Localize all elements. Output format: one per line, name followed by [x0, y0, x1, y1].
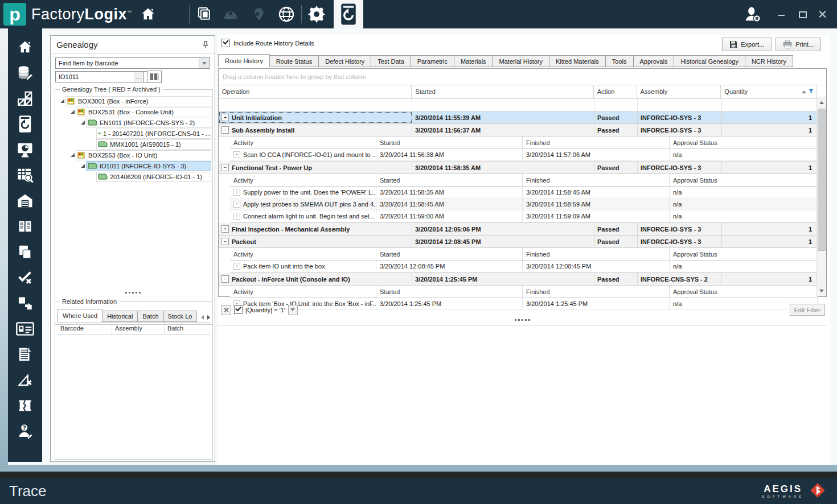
column-header-started[interactable]: Started — [412, 85, 593, 98]
tab-defect-history[interactable]: Defect History — [319, 55, 371, 67]
column-header-finished[interactable]: Finished — [523, 248, 670, 260]
activity-row[interactable]: +Supply power to the unit. Does the 'POW… — [230, 187, 818, 199]
tree-item-selected[interactable]: IO1011 (INFORCE-IO-SYS - 3) — [56, 160, 211, 171]
activity-row[interactable]: +Connect alarm light to unit. Begin test… — [230, 210, 818, 222]
expand-icon[interactable]: + — [233, 263, 240, 270]
operation-row[interactable]: −Functional Test - Power Up 3/20/2014 11… — [219, 162, 818, 174]
operation-row[interactable]: +Unit Initialization 3/20/2014 11:55:39 … — [219, 111, 818, 124]
scroll-up-icon[interactable] — [817, 98, 826, 108]
expand-icon[interactable]: + — [233, 213, 240, 220]
ruler-x-icon[interactable] — [15, 370, 35, 389]
tab-test-data[interactable]: Test Data — [371, 55, 411, 67]
tree-expander-icon[interactable] — [59, 99, 65, 103]
tab-approvals[interactable]: Approvals — [634, 55, 675, 67]
browse-button[interactable]: ... — [134, 71, 144, 82]
tree-expander-icon[interactable] — [79, 121, 86, 125]
column-header-barcode[interactable]: Barcode — [58, 323, 112, 334]
tree-item[interactable]: 201406209 (INFORCE-IO-01 - 1) — [56, 171, 211, 182]
home-icon[interactable] — [138, 4, 158, 24]
column-header-started[interactable]: Started — [376, 174, 523, 186]
scan-barcode-button[interactable] — [147, 71, 162, 83]
tree-item[interactable]: 1 - 201407201 (INFORCE-CNS-01 - ... — [56, 128, 211, 139]
include-route-history-checkbox[interactable]: Include Route History Details — [221, 39, 314, 47]
tab-material-history[interactable]: Material History — [493, 55, 549, 67]
column-header-started[interactable]: Started — [376, 137, 523, 148]
tab-route-status[interactable]: Route Status — [270, 55, 319, 67]
operation-row[interactable]: −Sub Assembly Install 3/20/2014 11:56:37… — [219, 124, 818, 137]
tab-route-history[interactable]: Route History — [218, 54, 270, 67]
warehouse-icon[interactable] — [15, 191, 35, 210]
column-header-approval-status[interactable]: Approval Status — [670, 286, 818, 298]
collapse-icon[interactable]: − — [221, 126, 229, 134]
tab-ncr-history[interactable]: NCR History — [745, 55, 793, 67]
hardhat-icon[interactable] — [220, 4, 241, 24]
column-header-approval-status[interactable]: Approval Status — [670, 174, 818, 186]
column-header-action[interactable]: Action — [594, 85, 637, 98]
tab-materials[interactable]: Materials — [454, 55, 493, 67]
checkbox-checked-icon[interactable] — [221, 39, 230, 47]
expand-icon[interactable]: + — [221, 114, 229, 121]
operation-row[interactable]: −Packout - inForce Unit (Console and IO)… — [219, 273, 818, 286]
print-button[interactable]: Print... — [776, 38, 821, 51]
tab-tools[interactable]: Tools — [606, 55, 634, 67]
activity-row[interactable]: +Apply test probes to SMEMA OUT pins 3 a… — [230, 199, 818, 210]
tree-expander-icon[interactable] — [69, 110, 76, 114]
tree-item[interactable]: BOX2553 (Box - IO Unit) — [56, 150, 211, 160]
database-edit-icon[interactable] — [15, 63, 35, 82]
tab-scroll-right-icon[interactable] — [207, 315, 210, 320]
scrollbar-thumb[interactable] — [818, 109, 826, 251]
location-icon[interactable] — [249, 4, 269, 24]
id-card-icon[interactable] — [15, 319, 35, 338]
column-header-batch[interactable]: Batch — [165, 323, 210, 334]
minimize-button[interactable] — [778, 10, 786, 18]
column-header-started[interactable]: Started — [376, 286, 523, 298]
gear-icon[interactable] — [306, 4, 327, 24]
tree-expander-icon[interactable] — [69, 153, 76, 157]
copy-icon[interactable] — [194, 4, 215, 24]
list-x-icon[interactable] — [15, 345, 35, 363]
tab-historical-genealogy[interactable]: Historical Genealogy — [674, 55, 745, 67]
column-header-finished[interactable]: Finished — [523, 286, 670, 298]
damaged-box-icon[interactable] — [15, 396, 35, 415]
tab-parametric[interactable]: Parametric — [411, 55, 454, 67]
tree-item[interactable]: MMX1001 (AIS90015 - 1) — [56, 139, 211, 150]
filter-dropdown-icon[interactable] — [288, 305, 298, 315]
expand-icon[interactable]: + — [233, 151, 240, 158]
scroll-down-icon[interactable] — [817, 286, 826, 296]
main-splitter[interactable] — [218, 319, 827, 321]
person-question-icon[interactable]: ? — [15, 422, 35, 440]
find-mode-select[interactable]: Find Item by Barcode — [55, 57, 210, 69]
column-header-activity[interactable]: Activity — [230, 137, 376, 148]
tree-item[interactable]: EN1011 (INFORCE-CNS-SYS - 2) — [56, 117, 211, 128]
collapse-icon[interactable]: − — [221, 238, 229, 245]
column-header-activity[interactable]: Activity — [230, 174, 376, 186]
pin-icon[interactable] — [201, 40, 210, 49]
collapse-icon[interactable]: − — [221, 275, 229, 283]
check-x-icon[interactable] — [15, 268, 35, 287]
monitor-chart-icon[interactable] — [15, 140, 35, 159]
column-header-quantity[interactable]: Quantity — [721, 85, 817, 98]
operation-row[interactable]: +Final Inspection - Mechanical Assembly … — [219, 223, 818, 236]
tree-item[interactable]: BOX2531 (Box - Console Unit) — [56, 106, 211, 117]
documents-icon[interactable] — [15, 242, 35, 261]
tab-where-used[interactable]: Where Used — [58, 309, 102, 322]
panel-splitter[interactable] — [51, 292, 215, 294]
activity-row[interactable]: +Pack item IO unit into the box. 3/20/20… — [230, 261, 818, 272]
tab-batch[interactable]: Batch — [138, 311, 163, 322]
globe-icon[interactable] — [276, 4, 297, 24]
column-header-activity[interactable]: Activity — [230, 248, 376, 260]
grid-filter-row[interactable] — [219, 98, 826, 111]
transfer-box-icon[interactable] — [15, 294, 35, 312]
expand-icon[interactable]: + — [221, 225, 229, 233]
column-header-approval-status[interactable]: Approval Status — [670, 248, 818, 260]
filter-enabled-checkbox[interactable] — [234, 305, 243, 314]
tree-expander-icon[interactable] — [79, 164, 86, 168]
tab-historical[interactable]: Historical — [102, 311, 138, 322]
trace-module-button[interactable] — [334, 0, 363, 28]
column-header-operation[interactable]: Operation — [219, 85, 412, 98]
tab-stock-locations[interactable]: Stock Lo — [164, 311, 197, 322]
tree-item[interactable]: BOX3001 (Box - inForce) — [56, 96, 211, 106]
book-icon[interactable] — [15, 217, 35, 236]
user-logout-icon[interactable] — [742, 4, 763, 24]
filter-expression[interactable]: [Quantity] = '1' — [245, 307, 285, 313]
